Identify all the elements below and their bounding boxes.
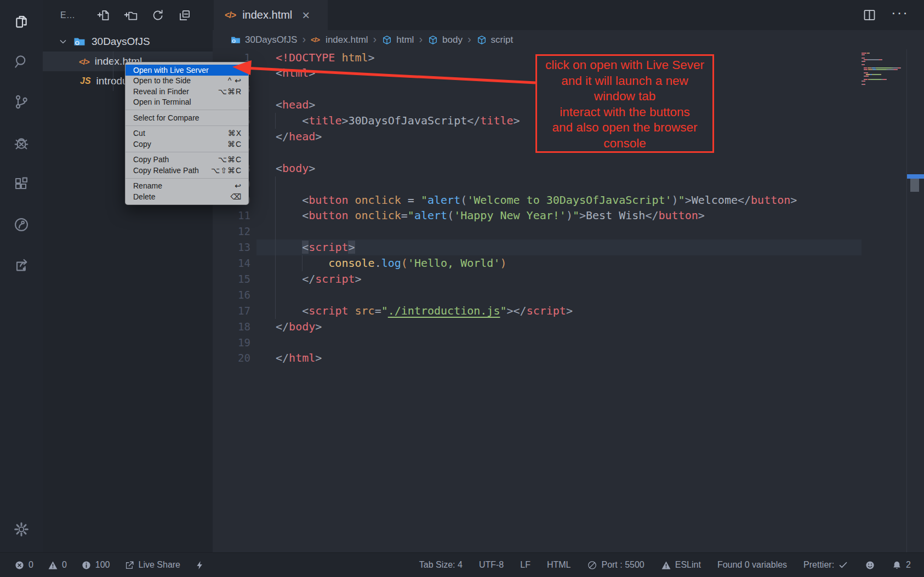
- status-item-port-5500[interactable]: Port : 5500: [587, 560, 644, 570]
- live-share-icon[interactable]: [12, 215, 31, 234]
- status-item-2[interactable]: 2: [892, 560, 911, 570]
- menu-separator: [126, 125, 248, 126]
- line-number[interactable]: 15: [213, 271, 250, 287]
- code-line-12[interactable]: [276, 224, 797, 239]
- line-number[interactable]: 18: [213, 319, 250, 335]
- menu-item-copy-path[interactable]: Copy Path⌥⌘C: [126, 155, 248, 165]
- code-token: html: [341, 51, 368, 64]
- menu-item-cut[interactable]: Cut⌘X: [126, 128, 248, 139]
- line-number[interactable]: 13: [213, 239, 250, 255]
- code-line-9[interactable]: [276, 176, 797, 192]
- minimap[interactable]: [862, 53, 901, 85]
- line-number[interactable]: 20: [213, 350, 250, 366]
- code-line-19[interactable]: [276, 335, 797, 351]
- menu-item-copy[interactable]: Copy⌘C: [126, 139, 248, 150]
- debug-icon[interactable]: [12, 134, 31, 153]
- code-line-20[interactable]: </html>: [276, 350, 797, 366]
- folder-icon: [73, 35, 86, 48]
- status-item[interactable]: [195, 560, 205, 570]
- menu-item-open-in-terminal[interactable]: Open in Terminal: [126, 97, 248, 108]
- refresh-icon[interactable]: [151, 8, 165, 22]
- line-number[interactable]: 12: [213, 224, 250, 239]
- split-editor-icon[interactable]: [862, 8, 877, 22]
- menu-item-copy-relative-path[interactable]: Copy Relative Path⌥⇧⌘C: [126, 165, 248, 176]
- share-icon[interactable]: [12, 256, 31, 275]
- menu-item-open-to-the-side[interactable]: Open to the Side^ ↩: [126, 76, 248, 87]
- code-line-11[interactable]: <button onclick="alert('Happy New Year!'…: [276, 208, 797, 224]
- breadcrumb-label: body: [442, 35, 463, 45]
- menu-item-delete[interactable]: Delete⌫: [126, 191, 248, 202]
- breadcrumb-item-index.html[interactable]: </>index.html: [311, 35, 368, 45]
- status-item-0[interactable]: 0: [48, 560, 67, 570]
- more-actions-icon[interactable]: ···: [891, 13, 909, 18]
- code-token: 'Welcome to 30DaysOfJavaScript': [467, 193, 671, 207]
- minimap-token: [871, 79, 881, 80]
- breadcrumb-item-30DaysOfJS[interactable]: 30DaysOfJS: [230, 35, 297, 45]
- code-token: ": [500, 304, 506, 317]
- code-token: >: [315, 130, 322, 143]
- status-item[interactable]: [865, 560, 875, 570]
- code-token: button: [658, 209, 698, 222]
- status-item-tab-size-4[interactable]: Tab Size: 4: [419, 560, 463, 570]
- status-item-prettier-[interactable]: Prettier:: [803, 560, 848, 570]
- status-item-100[interactable]: 100: [81, 560, 110, 570]
- collapse-all-icon[interactable]: [178, 8, 192, 22]
- status-item-0[interactable]: 0: [14, 560, 33, 570]
- gear-icon[interactable]: [12, 520, 31, 539]
- code-token: 'Happy New Year!': [454, 209, 566, 222]
- code-line-15[interactable]: </script>: [276, 271, 797, 287]
- code-token: ): [672, 193, 678, 207]
- menu-item-reveal-in-finder[interactable]: Reveal in Finder⌥⌘R: [126, 86, 248, 97]
- breadcrumb-item-body[interactable]: body: [427, 35, 463, 45]
- status-item-eslint[interactable]: ESLint: [661, 560, 701, 570]
- code-token: >: [341, 114, 348, 127]
- status-label: Port : 5500: [601, 560, 644, 570]
- minimap-line: [862, 82, 901, 83]
- line-number[interactable]: 17: [213, 303, 250, 319]
- html-file-icon: </>: [311, 35, 322, 45]
- tree-item-folder[interactable]: 30DaysOfJS: [43, 32, 213, 52]
- code-line-17[interactable]: <script src="./introduction.js"></script…: [276, 303, 797, 319]
- status-item-lf[interactable]: LF: [520, 560, 531, 570]
- code-line-16[interactable]: [276, 287, 797, 303]
- status-item-utf-8[interactable]: UTF-8: [479, 560, 504, 570]
- menu-item-rename[interactable]: Rename↩: [126, 181, 248, 192]
- code-token: <: [276, 66, 282, 79]
- code-token: button: [751, 193, 790, 207]
- status-item-html[interactable]: HTML: [547, 560, 571, 570]
- line-number[interactable]: 11: [213, 208, 250, 224]
- status-item-found-0-variables[interactable]: Found 0 variables: [717, 560, 787, 570]
- extensions-icon[interactable]: [12, 175, 31, 193]
- code-line-10[interactable]: <button onclick = "alert('Welcome to 30D…: [276, 192, 797, 208]
- close-icon[interactable]: ×: [302, 9, 310, 22]
- line-number[interactable]: 14: [213, 255, 250, 271]
- breadcrumb-separator: ›: [302, 33, 306, 47]
- code-token: >: [309, 66, 315, 79]
- scrollbar-thumb[interactable]: [910, 179, 919, 192]
- line-number[interactable]: 16: [213, 287, 250, 303]
- new-file-icon[interactable]: [97, 8, 111, 22]
- code-token: >: [309, 98, 315, 111]
- code-token: script: [309, 241, 348, 254]
- source-control-icon[interactable]: [12, 93, 31, 111]
- code-line-8[interactable]: <body>: [276, 161, 797, 176]
- new-folder-icon[interactable]: [124, 8, 138, 22]
- line-number[interactable]: 19: [213, 335, 250, 351]
- menu-item-open-with-live-server[interactable]: Open with Live Server: [126, 65, 248, 76]
- files-icon[interactable]: [12, 13, 31, 31]
- code-line-13[interactable]: <script>: [276, 239, 797, 255]
- search-icon[interactable]: [12, 52, 31, 71]
- code-token: >: [685, 193, 692, 207]
- code-token: =: [401, 193, 421, 207]
- breadcrumb-item-script[interactable]: script: [476, 35, 514, 45]
- code-line-14[interactable]: console.log('Hello, World'): [276, 255, 797, 271]
- annotation-line: window tab: [537, 89, 712, 105]
- code-token: Best Wish: [586, 209, 645, 222]
- status-item-live-share[interactable]: Live Share: [124, 560, 181, 570]
- code-token: log: [381, 256, 401, 270]
- code-line-18[interactable]: </body>: [276, 319, 797, 335]
- breadcrumb-item-html[interactable]: html: [381, 35, 414, 45]
- bell-icon: [892, 560, 902, 570]
- menu-item-select-for-compare[interactable]: Select for Compare: [126, 112, 248, 123]
- tab-index-html[interactable]: </> index.html ×: [214, 0, 328, 30]
